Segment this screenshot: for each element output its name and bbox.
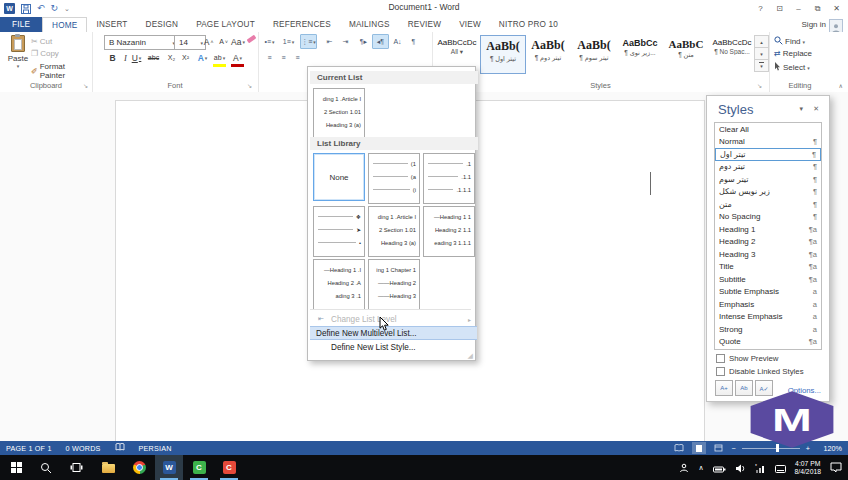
action-center-icon[interactable]: [830, 459, 842, 477]
ltr-direction-button[interactable]: ¶▸: [356, 35, 371, 48]
list-style-chapter[interactable]: ing 1 Chapter 1 ——Heading 2 ——Heading 3: [368, 259, 420, 310]
list-style-bullets[interactable]: ❖ ➤ •: [313, 206, 365, 257]
highlight-color-button[interactable]: ab▾: [213, 51, 226, 67]
style-subtitle[interactable]: Subtitle¶a: [715, 273, 821, 286]
style-gallery-item[interactable]: AaBb( ¶ تیتر دوم: [526, 35, 570, 72]
change-case-button[interactable]: Aa▾: [231, 35, 245, 48]
tab-nitro-pro[interactable]: NITRO PRO 10: [490, 17, 567, 32]
multilevel-list-button[interactable]: ⋮≡▾: [300, 34, 317, 49]
rtl-direction-button[interactable]: ◂¶: [372, 34, 389, 49]
tab-design[interactable]: DESIGN: [137, 17, 188, 32]
list-style-article[interactable]: ding 1 .Article I 2 Section 1.01 Heading…: [368, 206, 420, 257]
increase-indent-button[interactable]: ⇥: [338, 35, 353, 48]
resize-grip[interactable]: ◢: [468, 352, 473, 360]
style-strong[interactable]: Stronga: [715, 323, 821, 336]
read-mode-button[interactable]: [672, 442, 686, 454]
tab-file[interactable]: FILE: [0, 17, 42, 32]
word-count[interactable]: 0 WORDS: [66, 444, 101, 453]
tab-review[interactable]: REVIEW: [399, 17, 451, 32]
style-heading-2[interactable]: Heading 2¶a: [715, 236, 821, 249]
style-gallery-item[interactable]: AaBbCcDc ¶ No Spac...: [710, 35, 754, 72]
tab-insert[interactable]: INSERT: [87, 17, 136, 32]
font-color-button[interactable]: A▾: [231, 51, 244, 67]
close-button[interactable]: ✕: [827, 0, 846, 17]
paste-button[interactable]: Paste ▾: [5, 35, 31, 69]
camtasia-recorder-button[interactable]: C: [215, 455, 243, 480]
language-indicator[interactable]: PERSIAN: [139, 444, 172, 453]
clear-formatting-button[interactable]: [247, 33, 256, 41]
show-preview-checkbox[interactable]: Show Preview: [716, 354, 778, 363]
disable-linked-styles-checkbox[interactable]: Disable Linked Styles: [716, 367, 804, 376]
print-layout-button[interactable]: [692, 442, 706, 454]
style-titr-avval-selected[interactable]: تیتر اول¶: [715, 148, 821, 161]
style-emphasis[interactable]: Emphasisa: [715, 298, 821, 311]
new-style-button[interactable]: A+: [715, 380, 733, 396]
list-style-heading-numeric[interactable]: —Heading 1 1 Heading 2 1.1 eading 3 1.1.…: [423, 206, 475, 257]
shrink-font-button[interactable]: A˅: [217, 35, 230, 48]
styles-dialog-launcher[interactable]: ↘: [757, 82, 762, 89]
current-list-preview[interactable]: ding 1 .Article I 2 Section 1.01 Heading…: [313, 88, 365, 139]
word-taskbar-button[interactable]: W: [155, 455, 183, 480]
web-layout-button[interactable]: [712, 442, 726, 454]
numbering-button[interactable]: 1≡▾: [281, 35, 296, 48]
clipboard-dialog-launcher[interactable]: ↘: [83, 82, 88, 89]
proofing-icon[interactable]: [115, 443, 125, 453]
align-center-button[interactable]: ≡: [276, 51, 291, 64]
decrease-indent-button[interactable]: ⇤: [322, 35, 337, 48]
font-dialog-launcher[interactable]: ↘: [247, 82, 252, 89]
style-intense-emphasis[interactable]: Intense Emphasisa: [715, 311, 821, 324]
subscript-button[interactable]: X₂: [165, 51, 178, 64]
style-heading-3[interactable]: Heading 3¶a: [715, 248, 821, 261]
style-normal[interactable]: Normal¶: [715, 136, 821, 149]
underline-button[interactable]: U▾: [130, 51, 143, 64]
find-button[interactable]: Find▾: [774, 36, 805, 47]
sign-in-link[interactable]: Sign in: [802, 20, 826, 29]
collapse-ribbon-button[interactable]: ∧: [839, 82, 843, 89]
camtasia-button[interactable]: C: [185, 455, 213, 480]
bold-button[interactable]: B: [106, 51, 119, 64]
replace-button[interactable]: ⇄ Replace: [774, 49, 812, 58]
style-heading-1[interactable]: Heading 1¶a: [715, 223, 821, 236]
superscript-button[interactable]: X²: [179, 51, 192, 64]
style-titr-dovom[interactable]: تیتر دوم¶: [715, 161, 821, 174]
style-no-spacing[interactable]: No Spacing¶: [715, 211, 821, 224]
restore-button[interactable]: ⧉: [808, 0, 827, 17]
style-clear-all[interactable]: Clear All: [715, 123, 821, 136]
task-view-button[interactable]: [62, 455, 90, 480]
show-formatting-marks-button[interactable]: ¶: [406, 35, 421, 48]
align-right-button[interactable]: ≡: [290, 51, 305, 64]
undo-button[interactable]: ↶: [37, 3, 45, 14]
volume-icon[interactable]: [735, 459, 746, 477]
battery-icon[interactable]: [713, 459, 726, 477]
list-style-heading-roman[interactable]: —Heading 1 .I Heading 2 .A ading 3 .1: [313, 259, 365, 310]
ribbon-display-options-button[interactable]: ⊡: [770, 0, 789, 17]
list-style-decimal[interactable]: .1 .1.1 .1.1.1: [423, 153, 475, 204]
file-explorer-button[interactable]: [94, 455, 122, 480]
style-titr-sevom[interactable]: تیتر سوم¶: [715, 173, 821, 186]
start-button[interactable]: [2, 455, 30, 480]
gallery-more-button[interactable]: ▾: [754, 59, 769, 72]
align-left-button[interactable]: ≡: [262, 51, 277, 64]
bullets-button[interactable]: •≡▾: [262, 35, 277, 48]
font-name-combobox[interactable]: B Nazanin▾: [104, 35, 178, 50]
page-indicator[interactable]: PAGE 1 OF 1: [6, 444, 52, 453]
style-subtle-emphasis[interactable]: Subtle Emphasisa: [715, 286, 821, 299]
taskbar-search-button[interactable]: [32, 455, 60, 480]
account-avatar[interactable]: [829, 19, 843, 33]
tab-references[interactable]: REFERENCES: [264, 17, 340, 32]
style-gallery-item[interactable]: AaBbCc ¶ زیر نوی...: [618, 35, 662, 72]
chrome-button[interactable]: [125, 455, 153, 480]
sort-button[interactable]: A↓: [390, 35, 405, 48]
format-painter-button[interactable]: ✐ Format Painter: [31, 62, 92, 80]
tab-view[interactable]: VIEW: [450, 17, 490, 32]
define-new-list-style-item[interactable]: Define New List Style...: [310, 340, 492, 354]
style-quote[interactable]: Quote¶a: [715, 336, 821, 349]
tab-mailings[interactable]: MAILINGS: [340, 17, 399, 32]
people-icon[interactable]: [679, 459, 689, 477]
text-effects-button[interactable]: A▾: [196, 51, 209, 64]
tab-page-layout[interactable]: PAGE LAYOUT: [187, 17, 264, 32]
style-title[interactable]: Title¶a: [715, 261, 821, 274]
define-new-multilevel-list-item[interactable]: Define New Multilevel List...: [310, 326, 477, 340]
network-icon[interactable]: *: [755, 459, 766, 477]
zoom-out-button[interactable]: −: [732, 444, 736, 453]
